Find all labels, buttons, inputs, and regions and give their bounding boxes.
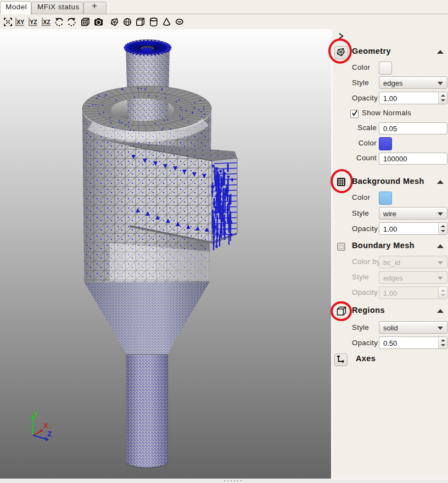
svg-text:YZ: YZ [30, 19, 37, 25]
svg-text:XY: XY [16, 19, 24, 25]
svg-text:Y: Y [34, 411, 38, 418]
svg-text:Z: Z [47, 430, 52, 438]
svg-text:XZ: XZ [43, 19, 51, 25]
svg-text:X: X [43, 422, 48, 430]
